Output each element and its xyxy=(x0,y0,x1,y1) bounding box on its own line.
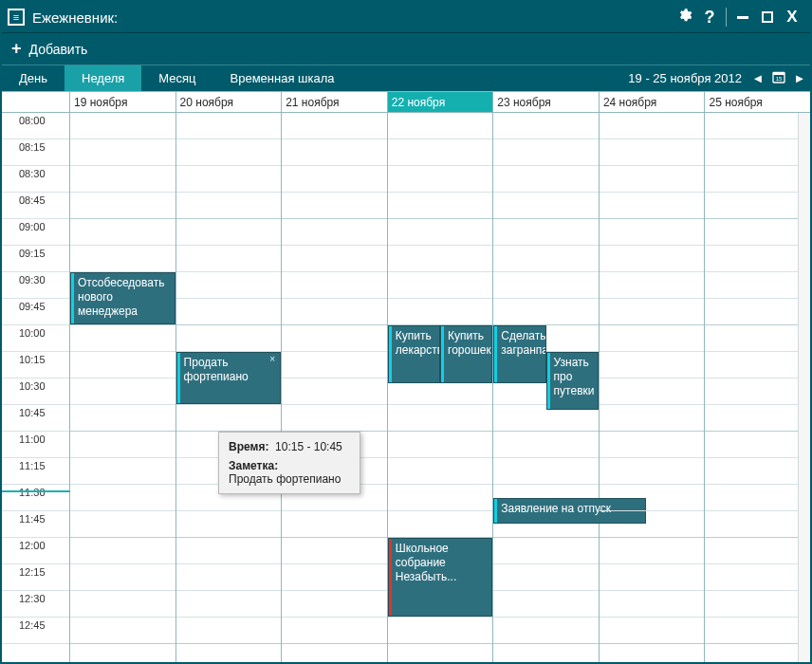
grid-slot[interactable] xyxy=(176,325,282,352)
grid-slot[interactable] xyxy=(600,299,705,325)
grid-slot[interactable] xyxy=(282,618,387,644)
scrollbar[interactable] xyxy=(798,113,810,662)
day-head-0[interactable]: 19 ноября xyxy=(70,92,176,112)
grid-slot[interactable] xyxy=(600,166,705,193)
grid-slot[interactable] xyxy=(600,246,705,272)
grid-slot[interactable] xyxy=(176,246,282,272)
grid-slot[interactable] xyxy=(388,193,493,219)
day-column[interactable] xyxy=(600,113,706,662)
grid-slot[interactable] xyxy=(282,193,387,219)
grid-slot[interactable] xyxy=(493,564,599,591)
grid-slot[interactable] xyxy=(282,564,387,591)
grid-slot[interactable] xyxy=(493,193,599,219)
grid-slot[interactable] xyxy=(705,485,810,511)
grid-slot[interactable] xyxy=(600,405,705,432)
grid-slot[interactable] xyxy=(282,299,387,325)
grid-slot[interactable] xyxy=(600,378,705,405)
grid-slot[interactable] xyxy=(70,511,175,538)
grid-slot[interactable] xyxy=(176,299,282,325)
grid-slot[interactable] xyxy=(493,139,599,166)
grid-slot[interactable] xyxy=(282,325,387,352)
grid-slot[interactable] xyxy=(388,246,493,272)
day-head-4[interactable]: 23 ноября xyxy=(493,92,600,112)
event-close-button[interactable]: × xyxy=(267,354,278,365)
grid-slot[interactable] xyxy=(493,538,599,564)
day-column[interactable]: Сделать загранпаспортУзнать про путевкиЗ… xyxy=(493,113,600,662)
grid-slot[interactable] xyxy=(70,352,175,378)
grid-slot[interactable] xyxy=(282,272,387,299)
day-head-2[interactable]: 21 ноября xyxy=(282,92,388,112)
grid-slot[interactable] xyxy=(600,458,705,485)
grid-slot[interactable] xyxy=(388,405,493,432)
event-e5[interactable]: Школьное собрание Незабыть... xyxy=(388,538,493,617)
grid-slot[interactable] xyxy=(70,618,175,644)
event-e2[interactable]: Продать фортепиано× xyxy=(176,352,282,404)
grid-slot[interactable] xyxy=(176,564,282,591)
grid-slot[interactable] xyxy=(705,591,810,618)
grid-slot[interactable] xyxy=(705,564,810,591)
grid-slot[interactable] xyxy=(600,591,705,618)
help-button[interactable]: ? xyxy=(697,5,722,29)
grid-slot[interactable] xyxy=(70,458,175,485)
grid-slot[interactable] xyxy=(176,538,282,564)
datepicker-button[interactable]: 15 xyxy=(768,65,789,91)
grid-slot[interactable] xyxy=(70,591,175,618)
grid-slot[interactable] xyxy=(282,378,387,405)
grid-slot[interactable] xyxy=(282,219,387,246)
next-range-button[interactable]: ► xyxy=(789,65,810,91)
grid-slot[interactable] xyxy=(600,538,705,564)
grid-slot[interactable] xyxy=(70,166,175,193)
day-column[interactable]: Отсобеседовать нового менеджера xyxy=(70,113,176,662)
tab-day[interactable]: День xyxy=(2,65,65,91)
grid-slot[interactable] xyxy=(388,139,493,166)
grid-slot[interactable] xyxy=(282,166,387,193)
grid-slot[interactable] xyxy=(600,272,705,299)
grid-slot[interactable] xyxy=(282,139,387,166)
grid-slot[interactable] xyxy=(70,219,175,246)
grid-slot[interactable] xyxy=(176,139,282,166)
grid-slot[interactable] xyxy=(70,139,175,166)
grid-slot[interactable] xyxy=(493,113,599,139)
grid-slot[interactable] xyxy=(388,511,493,538)
grid-slot[interactable] xyxy=(705,113,810,139)
grid-slot[interactable] xyxy=(70,538,175,564)
grid-slot[interactable] xyxy=(600,352,705,378)
grid-slot[interactable] xyxy=(70,564,175,591)
grid-slot[interactable] xyxy=(600,325,705,352)
grid-slot[interactable] xyxy=(388,272,493,299)
grid-slot[interactable] xyxy=(176,193,282,219)
event-e6[interactable]: Сделать загранпаспорт xyxy=(493,325,545,383)
grid-slot[interactable] xyxy=(176,511,282,538)
tab-month[interactable]: Месяц xyxy=(141,65,212,91)
grid-slot[interactable] xyxy=(388,166,493,193)
grid-slot[interactable] xyxy=(493,618,599,644)
grid-slot[interactable] xyxy=(705,432,810,458)
grid-slot[interactable] xyxy=(70,378,175,405)
grid-slot[interactable] xyxy=(388,618,493,644)
grid-slot[interactable] xyxy=(176,618,282,644)
grid-slot[interactable] xyxy=(705,299,810,325)
day-head-5[interactable]: 24 ноября xyxy=(600,92,706,112)
grid-slot[interactable] xyxy=(388,432,493,458)
grid-slot[interactable] xyxy=(600,618,705,644)
grid-slot[interactable] xyxy=(493,299,599,325)
grid-slot[interactable] xyxy=(493,591,599,618)
tab-week[interactable]: Неделя xyxy=(65,65,141,91)
grid-slot[interactable] xyxy=(282,246,387,272)
grid-slot[interactable] xyxy=(705,166,810,193)
grid-slot[interactable] xyxy=(388,219,493,246)
grid-slot[interactable] xyxy=(70,246,175,272)
grid-slot[interactable] xyxy=(705,511,810,538)
grid-slot[interactable] xyxy=(705,405,810,432)
grid-slot[interactable] xyxy=(176,405,282,432)
grid-slot[interactable] xyxy=(70,113,175,139)
grid-slot[interactable] xyxy=(705,378,810,405)
grid-slot[interactable] xyxy=(176,113,282,139)
maximize-button[interactable] xyxy=(755,5,780,29)
prev-range-button[interactable]: ◄ xyxy=(747,65,768,91)
grid-slot[interactable] xyxy=(176,591,282,618)
grid-slot[interactable] xyxy=(70,193,175,219)
grid-slot[interactable] xyxy=(70,485,175,511)
day-column[interactable] xyxy=(282,113,388,662)
grid-slot[interactable] xyxy=(705,538,810,564)
